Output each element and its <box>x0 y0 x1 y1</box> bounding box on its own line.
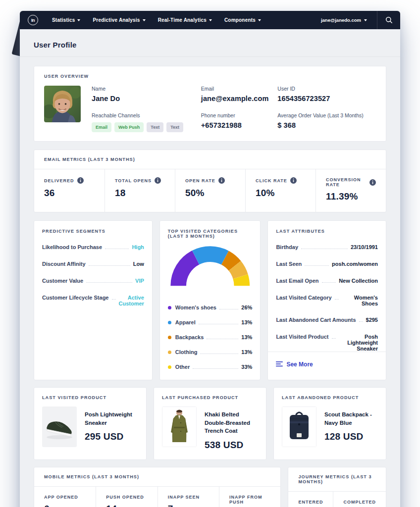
gauge-chart <box>169 245 252 288</box>
email-label: Email <box>201 86 278 92</box>
product-price: 128 USD <box>324 431 378 442</box>
see-more-link[interactable]: See More <box>276 361 313 368</box>
legend-dot-icon <box>168 306 171 309</box>
journey-metrics-cells: ENTERED7COMPLETED5 <box>288 492 386 507</box>
user-overview-card: USER OVERVIEW <box>34 66 386 142</box>
dotted-leader <box>105 249 129 249</box>
info-icon[interactable] <box>155 177 161 184</box>
attribute-value: New Collection <box>339 278 378 284</box>
legend-row: Clothing13% <box>168 349 253 355</box>
user-id: 1654356723527 <box>277 95 376 102</box>
product-name: Khaki Belted Double-Breasted Trench Coat <box>205 410 258 435</box>
search-button[interactable] <box>377 11 400 29</box>
metric-cell-total-opens: TOTAL OPENS18 <box>105 169 175 212</box>
attribute-row: Last Abandoned Cart Amounts$295 <box>276 317 378 323</box>
legend-value: 13% <box>241 319 252 325</box>
product-info: Khaki Belted Double-Breasted Trench Coat… <box>205 406 258 451</box>
metric-cell-conversion-rate: CONVERSION RATE11.39% <box>315 169 386 212</box>
section-title: JOURNEY METRICS (LAST 3 MONTHS) <box>288 467 386 492</box>
dotted-leader <box>301 249 348 249</box>
page-content: USER OVERVIEW <box>20 57 400 507</box>
metric-value: 18 <box>115 188 165 199</box>
metric-cell-inapp-seen: INAPP SEEN7 <box>158 487 219 507</box>
metric-label: PUSH OPENED <box>106 495 144 500</box>
top-navbar: In Statistics Predictive Analysis Real-T… <box>20 11 400 29</box>
mobile-metrics-card: MOBILE METRICS (LAST 3 MONTHS) APP OPENE… <box>34 467 281 507</box>
user-phone: +657321988 <box>201 121 278 129</box>
legend-label: Backpacks <box>175 334 204 340</box>
chevron-down-icon <box>364 19 367 21</box>
info-icon[interactable] <box>290 177 297 184</box>
legend-value: 26% <box>241 304 252 310</box>
chevron-down-icon <box>258 19 261 21</box>
dotted-leader <box>335 299 339 300</box>
trench-coat-product-image <box>162 406 197 447</box>
attribute-label: Last Visited Product <box>276 334 328 340</box>
metric-cell-click-rate: CLICK RATE10% <box>245 169 315 212</box>
user-avatar <box>44 86 81 122</box>
nav-item-components[interactable]: Components <box>224 17 261 23</box>
metric-value: 11.39% <box>326 191 376 202</box>
brand-logo-icon[interactable]: In <box>28 15 38 25</box>
info-icon[interactable] <box>77 177 84 184</box>
dotted-leader <box>193 368 238 369</box>
metric-label: INAPP SEEN <box>168 495 200 500</box>
phone-label: Phone number <box>201 112 278 118</box>
dotted-leader <box>199 324 239 324</box>
see-more-label: See More <box>286 361 313 368</box>
product-name: Scout Backpack - Navy Blue <box>324 410 378 427</box>
user-overview-grid: Name Jane Do Reachable Channels EmailWeb… <box>44 86 376 132</box>
attribute-row: Last Seenposh.com/women <box>276 261 378 267</box>
dotted-leader <box>305 265 329 266</box>
metric-cell-app-opened: APP OPENED6 <box>34 487 96 507</box>
attribute-label: Birthday <box>276 244 298 250</box>
metric-value: 36 <box>44 188 95 199</box>
legend-label: Other <box>175 364 190 370</box>
last-purchased-product-card: LAST PURCHASED PRODUCT <box>154 387 266 460</box>
sneaker-product-image <box>42 406 77 447</box>
attribute-label: Likelihood to Purchase <box>42 244 102 250</box>
top-visited-categories-card: TOP VISITED CATEGORIES (LAST 3 MONTHS) W… <box>159 220 261 380</box>
info-icon[interactable] <box>369 179 376 186</box>
dotted-leader <box>207 339 238 339</box>
metric-label: TOTAL OPENS <box>115 178 152 183</box>
metric-label: APP OPENED <box>44 495 78 500</box>
chevron-down-icon <box>77 19 80 21</box>
attribute-value: VIP <box>135 278 144 284</box>
metric-value: 50% <box>185 188 235 199</box>
metric-value: 7 <box>168 504 209 507</box>
last-attributes-card: LAST ATTRIBUTES Birthday23/10/1991Last S… <box>267 220 386 380</box>
legend-dot-icon <box>168 321 171 324</box>
attribute-row: Last Visited CategoryWomen's Shoes <box>276 295 378 306</box>
channel-badge-text: Text <box>166 122 183 132</box>
attribute-label: Last Email Open <box>276 278 318 284</box>
metric-label: CLICK RATE <box>256 178 287 183</box>
channel-badge-text: Text <box>147 122 163 132</box>
predictive-segments-list: Likelihood to PurchaseHighDiscount Affin… <box>42 234 144 306</box>
nav-item-statistics[interactable]: Statistics <box>52 17 80 23</box>
legend-row: Backpacks13% <box>168 334 253 341</box>
product-price: 295 USD <box>85 431 138 442</box>
metric-label: ENTERED <box>298 500 323 505</box>
attribute-row: Customer ValueVIP <box>42 278 144 284</box>
navbar-right: jane@janedo.com <box>311 11 400 29</box>
legend-row: Apparel13% <box>168 319 253 326</box>
attribute-label: Customer Value <box>42 278 83 284</box>
last-visited-product-card: LAST VISITED PRODUCT <box>34 387 147 460</box>
legend-row: Other33% <box>168 364 253 370</box>
channel-badge-web-push: Web Push <box>114 122 144 132</box>
metric-value: 6 <box>44 504 86 507</box>
dotted-leader <box>322 282 336 283</box>
chevron-down-icon <box>209 19 212 21</box>
legend-dot-icon <box>168 336 171 339</box>
predictive-segments-card: PREDICTIVE SEGMENTS Likelihood to Purcha… <box>34 220 153 380</box>
nav-item-predictive-analysis[interactable]: Predictive Analysis <box>93 17 145 23</box>
account-email: jane@janedo.com <box>321 17 361 23</box>
product-info: Posh Lightweight Sneaker 295 USD <box>85 406 138 442</box>
last-attributes-list: Birthday23/10/1991Last Seenposh.com/wome… <box>276 234 378 352</box>
info-icon[interactable] <box>218 177 225 184</box>
attribute-value: Women's Shoes <box>342 295 378 306</box>
nav-item-real-time-analytics[interactable]: Real-Time Analytics <box>158 17 212 23</box>
backpack-product-image <box>282 406 316 447</box>
account-menu[interactable]: jane@janedo.com <box>311 17 377 23</box>
